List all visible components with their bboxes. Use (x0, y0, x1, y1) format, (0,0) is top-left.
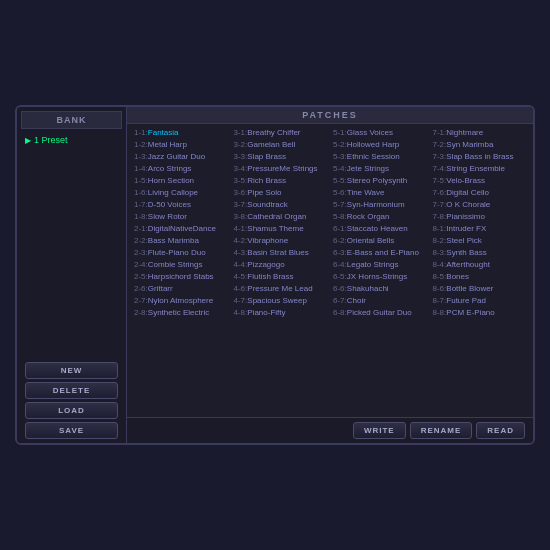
patch-item[interactable]: 8-8:PCM E-Piano (430, 307, 530, 318)
patch-item[interactable]: 6-2:Oriental Bells (330, 235, 430, 246)
patch-item[interactable]: 8-2:Steel Pick (430, 235, 530, 246)
rename-button[interactable]: RENAME (410, 422, 473, 439)
patch-item[interactable]: 4-6:Pressure Me Lead (231, 283, 331, 294)
patch-item[interactable]: 1-3:Jazz Guitar Duo (131, 151, 231, 162)
patch-item[interactable]: 3-2:Gamelan Bell (231, 139, 331, 150)
patch-item[interactable]: 4-2:Vibraphone (231, 235, 331, 246)
right-panel: PATCHES 1-1:Fantasia1-2:Metal Harp1-3:Ja… (127, 107, 533, 443)
patch-item[interactable]: 2-5:Harpsichord Stabs (131, 271, 231, 282)
patch-item[interactable]: 6-8:Picked Guitar Duo (330, 307, 430, 318)
patch-item[interactable]: 1-6:Living Callope (131, 187, 231, 198)
left-panel: BANK ▶1 Preset NEWDELETELOADSAVE (17, 107, 127, 443)
new-button[interactable]: NEW (25, 362, 118, 379)
patch-item[interactable]: 3-5:Rich Brass (231, 175, 331, 186)
load-button[interactable]: LOAD (25, 402, 118, 419)
patch-item[interactable]: 5-3:Ethnic Session (330, 151, 430, 162)
patch-column-3: 5-1:Glass Voices5-2:Hollowed Harp5-3:Eth… (330, 127, 430, 414)
patch-item[interactable]: 5-6:Tine Wave (330, 187, 430, 198)
patch-item[interactable]: 5-5:Stereo Polysynth (330, 175, 430, 186)
patch-item[interactable]: 2-6:Grittarr (131, 283, 231, 294)
patches-header: PATCHES (127, 107, 533, 124)
patch-item[interactable]: 4-3:Basin Strat Blues (231, 247, 331, 258)
bank-item[interactable]: ▶1 Preset (21, 133, 122, 147)
patch-item[interactable]: 1-7:D-50 Voices (131, 199, 231, 210)
patch-item[interactable]: 5-4:Jete Strings (330, 163, 430, 174)
patch-item[interactable]: 8-4:Afterthought (430, 259, 530, 270)
patch-item[interactable]: 6-3:E-Bass and E-Piano (330, 247, 430, 258)
patch-item[interactable]: 4-1:Shamus Theme (231, 223, 331, 234)
patch-item[interactable]: 4-8:Piano-Fifty (231, 307, 331, 318)
patch-item[interactable]: 2-1:DigitalNativeDance (131, 223, 231, 234)
patch-item[interactable]: 8-5:Bones (430, 271, 530, 282)
patch-item[interactable]: 7-1:Nightmare (430, 127, 530, 138)
patch-item[interactable]: 8-6:Bottle Blower (430, 283, 530, 294)
patch-item[interactable]: 1-8:Slow Rotor (131, 211, 231, 222)
patch-item[interactable]: 5-1:Glass Voices (330, 127, 430, 138)
patches-content: 1-1:Fantasia1-2:Metal Harp1-3:Jazz Guita… (127, 124, 533, 417)
patch-item[interactable]: 3-4:PressureMe Strings (231, 163, 331, 174)
patch-item[interactable]: 7-3:Slap Bass in Brass (430, 151, 530, 162)
patch-column-2: 3-1:Breathy Chiffer3-2:Gamelan Bell3-3:S… (231, 127, 331, 414)
patch-item[interactable]: 5-8:Rock Organ (330, 211, 430, 222)
patch-item[interactable]: 5-2:Hollowed Harp (330, 139, 430, 150)
patch-item[interactable]: 3-3:Slap Brass (231, 151, 331, 162)
patch-item[interactable]: 6-4:Legato Strings (330, 259, 430, 270)
patch-item[interactable]: 7-4:String Ensemble (430, 163, 530, 174)
read-button[interactable]: READ (476, 422, 525, 439)
patch-item[interactable]: 2-7:Nylon Atmosphere (131, 295, 231, 306)
patch-item[interactable]: 8-1:Intruder FX (430, 223, 530, 234)
patch-item[interactable]: 2-8:Synthetic Electric (131, 307, 231, 318)
write-button[interactable]: WRITE (353, 422, 406, 439)
patch-item[interactable]: 6-7:Choir (330, 295, 430, 306)
delete-button[interactable]: DELETE (25, 382, 118, 399)
save-button[interactable]: SAVE (25, 422, 118, 439)
patch-item[interactable]: 6-6:Shakuhachi (330, 283, 430, 294)
patch-item[interactable]: 7-5:Velo-Brass (430, 175, 530, 186)
patch-item[interactable]: 7-6:Digital Cello (430, 187, 530, 198)
patch-item[interactable]: 1-2:Metal Harp (131, 139, 231, 150)
patch-item[interactable]: 3-6:Pipe Solo (231, 187, 331, 198)
patch-item[interactable]: 3-8:Cathedral Organ (231, 211, 331, 222)
patch-item[interactable]: 7-7:O K Chorale (430, 199, 530, 210)
patch-item[interactable]: 3-7:Soundtrack (231, 199, 331, 210)
patch-item[interactable]: 6-5:JX Horns-Strings (330, 271, 430, 282)
patch-item[interactable]: 1-4:Arco Strings (131, 163, 231, 174)
patch-item[interactable]: 5-7:Syn-Harmonium (330, 199, 430, 210)
patch-item[interactable]: 7-8:Pianissimo (430, 211, 530, 222)
patch-item[interactable]: 1-5:Horn Section (131, 175, 231, 186)
patch-item[interactable]: 4-5:Flutish Brass (231, 271, 331, 282)
bank-list: ▶1 Preset (21, 133, 122, 358)
patch-item[interactable]: 2-3:Flute-Piano Duo (131, 247, 231, 258)
patch-item[interactable]: 2-2:Bass Marimba (131, 235, 231, 246)
button-group: NEWDELETELOADSAVE (21, 362, 122, 439)
patch-item[interactable]: 7-2:Syn Marimba (430, 139, 530, 150)
patch-column-1: 1-1:Fantasia1-2:Metal Harp1-3:Jazz Guita… (131, 127, 231, 414)
patch-item[interactable]: 2-4:Combie Strings (131, 259, 231, 270)
patch-item[interactable]: 4-4:Pizzagogo (231, 259, 331, 270)
patch-item[interactable]: 4-7:Spacious Sweep (231, 295, 331, 306)
patch-item[interactable]: 6-1:Staccato Heaven (330, 223, 430, 234)
patch-item[interactable]: 8-3:Synth Bass (430, 247, 530, 258)
patch-column-4: 7-1:Nightmare7-2:Syn Marimba7-3:Slap Bas… (430, 127, 530, 414)
patch-item[interactable]: 3-1:Breathy Chiffer (231, 127, 331, 138)
bank-header: BANK (21, 111, 122, 129)
patch-item[interactable]: 1-1:Fantasia (131, 127, 231, 138)
bottom-bar: WRITERENAMEREAD (127, 417, 533, 443)
main-container: BANK ▶1 Preset NEWDELETELOADSAVE PATCHES… (15, 105, 535, 445)
patch-item[interactable]: 8-7:Future Pad (430, 295, 530, 306)
